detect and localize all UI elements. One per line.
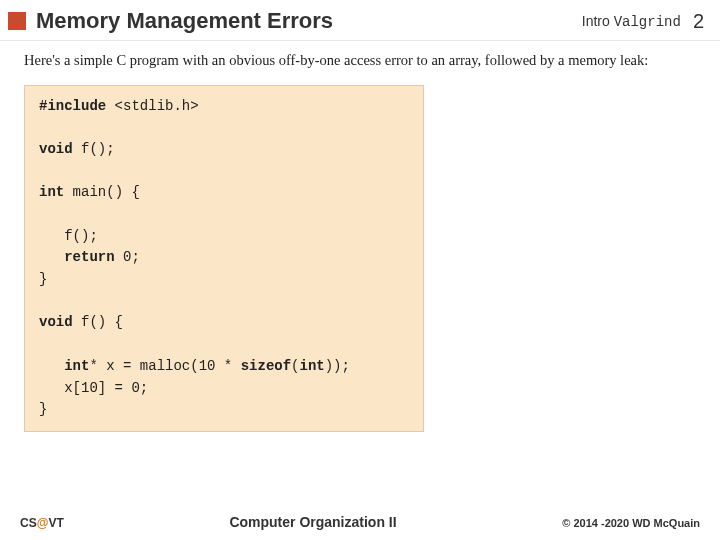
footer-vt: VT <box>48 516 63 530</box>
code-kw: int <box>300 358 325 374</box>
code-text: } <box>39 271 47 287</box>
code-text: f() { <box>73 314 123 330</box>
breadcrumb-mono: Valgrind <box>614 14 681 30</box>
code-kw: int <box>64 358 89 374</box>
accent-square-icon <box>8 12 26 30</box>
code-text: f(); <box>73 141 115 157</box>
code-text <box>39 358 64 374</box>
slide-header: Memory Management Errors Intro Valgrind … <box>0 0 720 41</box>
code-text: } <box>39 401 47 417</box>
code-kw: void <box>39 141 73 157</box>
code-text: main() { <box>64 184 140 200</box>
code-text: x[10] = 0; <box>39 380 148 396</box>
footer-copyright: © 2014 -2020 WD McQuain <box>562 517 700 529</box>
breadcrumb: Intro Valgrind <box>582 13 681 30</box>
code-kw: #include <box>39 98 106 114</box>
code-text: * x = malloc(10 * <box>89 358 240 374</box>
slide-title: Memory Management Errors <box>36 8 582 34</box>
page-number: 2 <box>693 10 704 33</box>
code-text: ( <box>291 358 299 374</box>
footer-left: CS@VT <box>20 516 64 530</box>
code-text <box>39 249 64 265</box>
code-text: f(); <box>39 228 98 244</box>
footer-cs: CS <box>20 516 37 530</box>
code-block: #include <stdlib.h> void f(); int main()… <box>24 85 424 432</box>
code-text: )); <box>325 358 350 374</box>
code-kw: int <box>39 184 64 200</box>
code-kw: sizeof <box>241 358 291 374</box>
breadcrumb-text: Intro <box>582 13 614 29</box>
slide-content: Here's a simple C program with an obviou… <box>0 41 720 432</box>
code-kw: return <box>64 249 114 265</box>
footer-at: @ <box>37 516 49 530</box>
code-kw: void <box>39 314 73 330</box>
footer-center: Computer Organization II <box>64 514 563 530</box>
code-text: <stdlib.h> <box>106 98 198 114</box>
slide-footer: CS@VT Computer Organization II © 2014 -2… <box>0 514 720 530</box>
code-text: 0; <box>115 249 140 265</box>
intro-text: Here's a simple C program with an obviou… <box>24 51 696 71</box>
